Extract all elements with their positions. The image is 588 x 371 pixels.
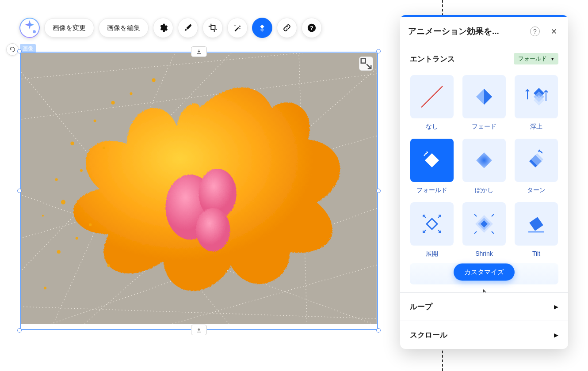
svg-point-6 xyxy=(195,208,230,251)
undo-button[interactable] xyxy=(6,43,19,56)
resize-handle-br[interactable] xyxy=(376,328,381,333)
brush-button[interactable] xyxy=(178,18,198,38)
sparkle-icon xyxy=(20,19,39,37)
svg-point-7 xyxy=(70,142,74,145)
arrow-down-bar-icon xyxy=(196,327,202,333)
section-scroll-title: スクロール xyxy=(410,330,447,340)
magic-wand-icon xyxy=(233,23,242,33)
svg-point-14 xyxy=(130,92,132,95)
magic-wand-button[interactable] xyxy=(227,18,248,38)
svg-point-19 xyxy=(55,178,58,181)
svg-point-12 xyxy=(57,250,61,254)
image-illustration xyxy=(21,53,377,324)
undo-icon xyxy=(9,46,16,53)
section-entrance: エントランス フォールド なし フェード xyxy=(400,44,568,292)
effect-label: Tilt xyxy=(532,250,540,257)
svg-point-17 xyxy=(107,264,110,267)
svg-line-22 xyxy=(421,86,443,107)
fade-icon xyxy=(471,83,497,110)
link-button[interactable] xyxy=(277,18,297,38)
effect-label: Shrink xyxy=(475,250,493,257)
svg-point-20 xyxy=(42,215,44,216)
image-halo-button[interactable] xyxy=(359,57,373,71)
effect-label: ターン xyxy=(527,186,546,194)
animation-button[interactable] xyxy=(252,18,272,38)
svg-point-18 xyxy=(76,237,78,239)
effect-label: 展開 xyxy=(426,250,438,258)
cursor-icon xyxy=(480,289,493,292)
section-loop: ループ ▶ xyxy=(400,292,568,321)
blur-icon xyxy=(471,147,497,174)
svg-point-13 xyxy=(44,287,46,289)
stretch-bottom-button[interactable] xyxy=(191,325,207,335)
resize-handle-mr[interactable] xyxy=(376,189,381,193)
effect-label: ぼかし xyxy=(475,186,493,194)
expand-icon xyxy=(419,211,445,237)
fold-icon xyxy=(419,147,445,174)
effect-fold[interactable]: フォールド xyxy=(410,139,454,194)
effect-none[interactable]: なし xyxy=(410,75,454,131)
resize-handle-tl[interactable] xyxy=(17,49,22,53)
panel-title: アニメーション効果を... xyxy=(408,26,527,37)
section-loop-title: ループ xyxy=(410,302,432,312)
effects-grid: なし フェード 浮上 xyxy=(400,73,568,262)
section-loop-header[interactable]: ループ ▶ xyxy=(400,293,568,321)
animation-icon xyxy=(257,23,267,33)
svg-point-16 xyxy=(89,223,92,226)
svg-point-11 xyxy=(111,101,115,104)
resize-handle-ml[interactable] xyxy=(17,189,22,193)
stretch-icon xyxy=(359,57,373,70)
panel-help-button[interactable]: ? xyxy=(530,26,540,36)
none-icon xyxy=(419,83,445,110)
svg-text:?: ? xyxy=(310,25,313,31)
image-canvas xyxy=(21,53,377,324)
effect-label: フェード xyxy=(472,123,496,131)
effect-expand[interactable]: 展開 xyxy=(410,202,454,258)
entrance-current-tag[interactable]: フォールド xyxy=(514,53,558,64)
effect-shrink[interactable]: Shrink xyxy=(462,202,506,258)
effect-label: フォールド xyxy=(416,186,447,194)
section-entrance-header[interactable]: エントランス フォールド xyxy=(400,44,568,73)
edit-image-button[interactable]: 画像を編集 xyxy=(99,18,149,38)
close-icon xyxy=(551,28,557,34)
svg-point-21 xyxy=(103,147,105,149)
svg-point-9 xyxy=(61,200,65,204)
effect-label: 浮上 xyxy=(530,123,542,131)
effect-blur[interactable]: ぼかし xyxy=(462,139,506,194)
link-icon xyxy=(282,23,292,33)
panel-close-button[interactable] xyxy=(548,25,560,38)
crop-icon xyxy=(208,23,218,33)
stretch-top-button[interactable] xyxy=(191,46,207,57)
chevron-right-icon: ▶ xyxy=(554,303,558,310)
settings-button[interactable] xyxy=(153,18,173,38)
effect-fade[interactable]: フェード xyxy=(462,75,506,131)
svg-point-8 xyxy=(80,169,83,172)
effect-tilt[interactable]: Tilt xyxy=(514,202,558,258)
animation-panel: アニメーション効果を... ? エントランス フォールド なし フェード xyxy=(400,15,568,349)
svg-point-0 xyxy=(33,30,36,33)
image-toolbar: 画像を変更 画像を編集 ? xyxy=(19,18,322,38)
section-scroll-header[interactable]: スクロール ▶ xyxy=(400,321,568,349)
section-scroll: スクロール ▶ xyxy=(400,321,568,349)
turn-icon xyxy=(523,147,550,174)
chevron-right-icon: ▶ xyxy=(554,332,558,338)
section-entrance-title: エントランス xyxy=(410,54,455,64)
customize-button[interactable]: カスタマイズ xyxy=(454,264,515,281)
help-button[interactable]: ? xyxy=(302,18,322,38)
resize-handle-bl[interactable] xyxy=(17,328,22,333)
svg-point-15 xyxy=(152,78,156,82)
crop-button[interactable] xyxy=(202,18,223,38)
ai-magic-button[interactable] xyxy=(19,18,40,38)
shrink-icon xyxy=(471,211,497,237)
change-image-button[interactable]: 画像を変更 xyxy=(44,18,94,38)
float-icon xyxy=(523,83,550,110)
effects-more-row: カスタマイズ xyxy=(410,263,558,284)
tilt-icon xyxy=(523,211,550,237)
arrow-down-bar-icon xyxy=(196,49,202,55)
effect-turn[interactable]: ターン xyxy=(514,139,558,194)
effect-float[interactable]: 浮上 xyxy=(514,75,558,131)
image-selection[interactable] xyxy=(20,52,378,330)
gear-icon xyxy=(158,23,168,33)
brush-icon xyxy=(183,23,193,33)
resize-handle-tr[interactable] xyxy=(376,49,381,53)
